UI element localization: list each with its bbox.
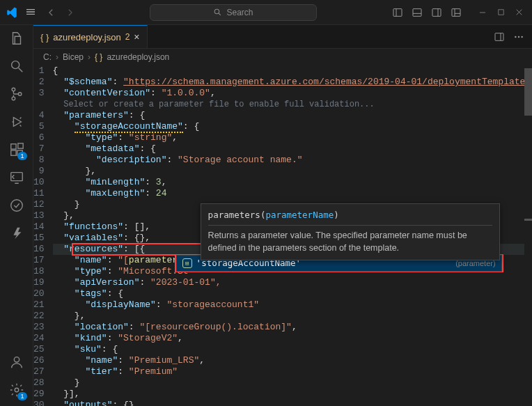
- title-bar: Search: [0, 0, 532, 25]
- layout-sidebar-right-icon[interactable]: [429, 5, 444, 20]
- line-number: 22: [33, 311, 45, 322]
- svg-point-11: [11, 61, 19, 69]
- azure-icon[interactable]: [8, 224, 26, 242]
- line-number-gutter: 1234567891011121314151617181920212223242…: [33, 65, 53, 406]
- svg-point-21: [14, 357, 19, 362]
- layout-customize-icon[interactable]: [448, 5, 464, 20]
- tab-problem-count: 2: [125, 32, 130, 42]
- line-number: 16: [33, 244, 45, 255]
- svg-point-0: [215, 9, 220, 14]
- line-number: 21: [33, 299, 45, 311]
- svg-point-26: [518, 36, 519, 37]
- breadcrumb-seg2[interactable]: Bicep: [63, 52, 84, 62]
- window-close-button[interactable]: [511, 5, 526, 20]
- line-number: 30: [33, 400, 45, 406]
- line-number: 8: [33, 155, 45, 166]
- vertical-scrollbar[interactable]: [524, 65, 532, 406]
- signature-help-tooltip: parameters(parameterName) Returns a para…: [201, 203, 500, 260]
- line-number: 23: [33, 322, 45, 333]
- line-number: 26: [33, 355, 45, 366]
- settings-badge: 1: [17, 392, 26, 400]
- hamburger-menu-icon[interactable]: [25, 6, 38, 19]
- line-number: 14: [33, 221, 45, 233]
- tab-close-button[interactable]: ×: [134, 31, 139, 42]
- svg-point-14: [18, 93, 22, 96]
- layout-panel-bottom-icon[interactable]: [409, 5, 425, 20]
- suggest-kind-icon: ⊞: [182, 258, 192, 268]
- breadcrumbs[interactable]: C: › Bicep › { } azuredeploy.json: [33, 49, 532, 65]
- line-number: 11: [33, 188, 45, 199]
- activity-bar: 1 1: [0, 25, 33, 406]
- accounts-icon[interactable]: [8, 353, 26, 371]
- source-control-icon[interactable]: [8, 85, 26, 103]
- tab-bar: { } azuredeploy.json 2 ×: [33, 25, 532, 49]
- json-file-icon: { }: [95, 52, 102, 62]
- search-icon[interactable]: [8, 57, 26, 75]
- code-editor[interactable]: 1234567891011121314151617181920212223242…: [33, 65, 532, 406]
- line-number: 4: [33, 110, 45, 121]
- line-number: 1: [33, 65, 45, 77]
- svg-rect-15: [10, 144, 15, 149]
- vscode-logo-icon: [6, 6, 18, 19]
- line-number: 19: [33, 277, 45, 288]
- svg-point-20: [10, 200, 22, 212]
- extensions-badge: 1: [17, 152, 26, 160]
- window-minimize-button[interactable]: [475, 5, 490, 20]
- line-number: 3: [33, 88, 45, 99]
- testing-icon[interactable]: [8, 196, 26, 214]
- line-number: 13: [33, 210, 45, 221]
- scrollbar-thumb[interactable]: [524, 68, 532, 116]
- tab-filename: azuredeploy.json: [53, 32, 120, 42]
- svg-point-27: [521, 36, 522, 37]
- line-number: 6: [33, 132, 45, 143]
- line-number: 10: [33, 177, 45, 188]
- line-number: 25: [33, 344, 45, 355]
- split-editor-icon[interactable]: [493, 31, 506, 43]
- line-number: 5: [33, 121, 45, 132]
- svg-rect-18: [17, 143, 22, 148]
- explorer-icon[interactable]: [8, 29, 26, 47]
- line-number: 29: [33, 389, 45, 400]
- svg-point-22: [15, 388, 19, 392]
- svg-rect-16: [10, 150, 15, 155]
- settings-gear-icon[interactable]: 1: [8, 381, 26, 399]
- nav-back-button[interactable]: [43, 5, 58, 20]
- remote-explorer-icon[interactable]: [8, 169, 26, 187]
- line-number: 28: [33, 377, 45, 389]
- line-number: 24: [33, 333, 45, 344]
- svg-rect-3: [413, 8, 421, 16]
- line-number: 9: [33, 166, 45, 177]
- tab-azuredeploy[interactable]: { } azuredeploy.json 2 ×: [33, 25, 148, 48]
- svg-point-12: [12, 88, 15, 91]
- codelens-hint[interactable]: Select or create a parameter file to ena…: [63, 100, 374, 109]
- line-number: 2: [33, 77, 45, 88]
- run-debug-icon[interactable]: [8, 113, 26, 131]
- svg-rect-1: [393, 8, 402, 16]
- svg-rect-23: [495, 33, 503, 40]
- extensions-icon[interactable]: 1: [8, 141, 26, 159]
- more-actions-icon[interactable]: [513, 31, 525, 43]
- breadcrumb-seg1[interactable]: C:: [43, 52, 52, 62]
- json-file-icon: { }: [40, 32, 49, 42]
- code-lines[interactable]: { "$schema": "https://schema.management.…: [53, 65, 532, 406]
- window-maximize-button[interactable]: [493, 5, 508, 20]
- breadcrumb-seg3[interactable]: azuredeploy.json: [107, 52, 169, 62]
- line-number: 17: [33, 255, 45, 266]
- layout-sidebar-left-icon[interactable]: [390, 5, 405, 20]
- line-number: 7: [33, 143, 45, 155]
- svg-rect-10: [498, 10, 503, 15]
- svg-rect-7: [452, 8, 460, 16]
- search-placeholder: Search: [226, 8, 253, 17]
- line-number: 20: [33, 288, 45, 299]
- nav-forward-button[interactable]: [63, 5, 78, 20]
- line-number: [33, 99, 45, 110]
- svg-point-25: [515, 36, 516, 37]
- line-number: 12: [33, 199, 45, 210]
- line-number: 15: [33, 233, 45, 244]
- line-number: 18: [33, 266, 45, 277]
- svg-rect-5: [432, 8, 441, 16]
- editor-area: { } azuredeploy.json 2 × C: › Bicep › { …: [33, 25, 532, 406]
- line-number: 27: [33, 366, 45, 377]
- command-center-search[interactable]: Search: [150, 4, 317, 21]
- svg-point-13: [12, 97, 15, 100]
